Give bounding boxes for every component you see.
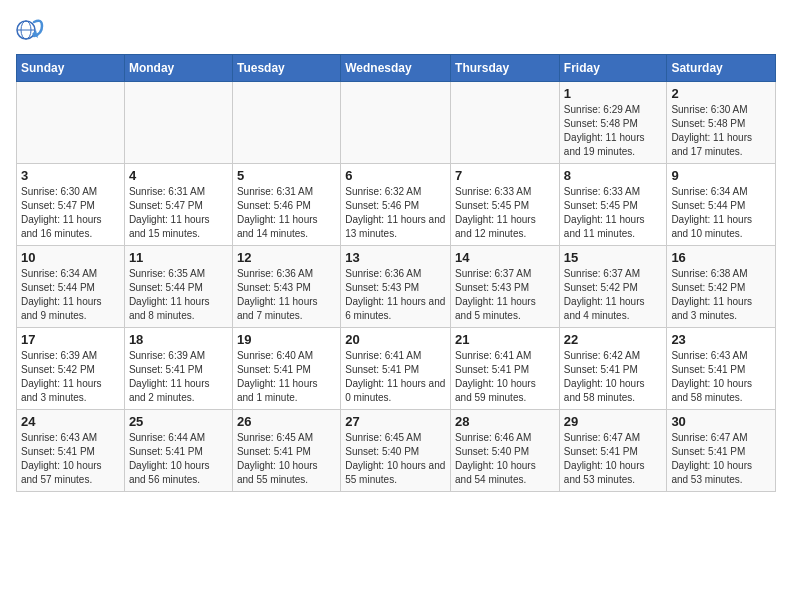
calendar-day-cell: 19Sunrise: 6:40 AM Sunset: 5:41 PM Dayli…: [232, 328, 340, 410]
day-number: 5: [237, 168, 336, 183]
day-info: Sunrise: 6:30 AM Sunset: 5:47 PM Dayligh…: [21, 185, 120, 241]
calendar-day-cell: 4Sunrise: 6:31 AM Sunset: 5:47 PM Daylig…: [124, 164, 232, 246]
day-info: Sunrise: 6:29 AM Sunset: 5:48 PM Dayligh…: [564, 103, 663, 159]
logo-icon: [16, 16, 44, 44]
header: [16, 16, 776, 44]
day-number: 18: [129, 332, 228, 347]
day-of-week-header: Thursday: [451, 55, 560, 82]
day-info: Sunrise: 6:36 AM Sunset: 5:43 PM Dayligh…: [237, 267, 336, 323]
day-info: Sunrise: 6:33 AM Sunset: 5:45 PM Dayligh…: [564, 185, 663, 241]
day-number: 1: [564, 86, 663, 101]
calendar-day-cell: [341, 82, 451, 164]
day-number: 23: [671, 332, 771, 347]
calendar-week-row: 3Sunrise: 6:30 AM Sunset: 5:47 PM Daylig…: [17, 164, 776, 246]
calendar-day-cell: 2Sunrise: 6:30 AM Sunset: 5:48 PM Daylig…: [667, 82, 776, 164]
day-number: 11: [129, 250, 228, 265]
day-number: 26: [237, 414, 336, 429]
calendar-day-cell: 18Sunrise: 6:39 AM Sunset: 5:41 PM Dayli…: [124, 328, 232, 410]
calendar-day-cell: 7Sunrise: 6:33 AM Sunset: 5:45 PM Daylig…: [451, 164, 560, 246]
calendar-day-cell: 8Sunrise: 6:33 AM Sunset: 5:45 PM Daylig…: [559, 164, 667, 246]
day-info: Sunrise: 6:37 AM Sunset: 5:42 PM Dayligh…: [564, 267, 663, 323]
day-info: Sunrise: 6:47 AM Sunset: 5:41 PM Dayligh…: [671, 431, 771, 487]
day-number: 12: [237, 250, 336, 265]
day-number: 30: [671, 414, 771, 429]
day-number: 19: [237, 332, 336, 347]
day-number: 16: [671, 250, 771, 265]
calendar-day-cell: 17Sunrise: 6:39 AM Sunset: 5:42 PM Dayli…: [17, 328, 125, 410]
day-info: Sunrise: 6:35 AM Sunset: 5:44 PM Dayligh…: [129, 267, 228, 323]
calendar-day-cell: 25Sunrise: 6:44 AM Sunset: 5:41 PM Dayli…: [124, 410, 232, 492]
calendar-day-cell: 6Sunrise: 6:32 AM Sunset: 5:46 PM Daylig…: [341, 164, 451, 246]
day-info: Sunrise: 6:39 AM Sunset: 5:42 PM Dayligh…: [21, 349, 120, 405]
calendar-day-cell: [17, 82, 125, 164]
day-of-week-header: Sunday: [17, 55, 125, 82]
day-of-week-header: Saturday: [667, 55, 776, 82]
calendar-day-cell: [232, 82, 340, 164]
day-number: 7: [455, 168, 555, 183]
day-info: Sunrise: 6:33 AM Sunset: 5:45 PM Dayligh…: [455, 185, 555, 241]
calendar-day-cell: 21Sunrise: 6:41 AM Sunset: 5:41 PM Dayli…: [451, 328, 560, 410]
day-info: Sunrise: 6:31 AM Sunset: 5:47 PM Dayligh…: [129, 185, 228, 241]
calendar-day-cell: 13Sunrise: 6:36 AM Sunset: 5:43 PM Dayli…: [341, 246, 451, 328]
day-number: 6: [345, 168, 446, 183]
day-number: 9: [671, 168, 771, 183]
day-number: 21: [455, 332, 555, 347]
calendar-day-cell: 14Sunrise: 6:37 AM Sunset: 5:43 PM Dayli…: [451, 246, 560, 328]
day-number: 17: [21, 332, 120, 347]
calendar-day-cell: 29Sunrise: 6:47 AM Sunset: 5:41 PM Dayli…: [559, 410, 667, 492]
day-info: Sunrise: 6:44 AM Sunset: 5:41 PM Dayligh…: [129, 431, 228, 487]
logo: [16, 16, 48, 44]
calendar-day-cell: [451, 82, 560, 164]
day-info: Sunrise: 6:38 AM Sunset: 5:42 PM Dayligh…: [671, 267, 771, 323]
day-of-week-header: Monday: [124, 55, 232, 82]
day-info: Sunrise: 6:45 AM Sunset: 5:40 PM Dayligh…: [345, 431, 446, 487]
day-info: Sunrise: 6:31 AM Sunset: 5:46 PM Dayligh…: [237, 185, 336, 241]
day-number: 3: [21, 168, 120, 183]
calendar-day-cell: 9Sunrise: 6:34 AM Sunset: 5:44 PM Daylig…: [667, 164, 776, 246]
day-info: Sunrise: 6:47 AM Sunset: 5:41 PM Dayligh…: [564, 431, 663, 487]
day-number: 24: [21, 414, 120, 429]
calendar-day-cell: 24Sunrise: 6:43 AM Sunset: 5:41 PM Dayli…: [17, 410, 125, 492]
calendar-table: SundayMondayTuesdayWednesdayThursdayFrid…: [16, 54, 776, 492]
day-info: Sunrise: 6:42 AM Sunset: 5:41 PM Dayligh…: [564, 349, 663, 405]
day-info: Sunrise: 6:46 AM Sunset: 5:40 PM Dayligh…: [455, 431, 555, 487]
day-of-week-header: Wednesday: [341, 55, 451, 82]
calendar-week-row: 10Sunrise: 6:34 AM Sunset: 5:44 PM Dayli…: [17, 246, 776, 328]
day-info: Sunrise: 6:41 AM Sunset: 5:41 PM Dayligh…: [455, 349, 555, 405]
calendar-week-row: 17Sunrise: 6:39 AM Sunset: 5:42 PM Dayli…: [17, 328, 776, 410]
day-info: Sunrise: 6:39 AM Sunset: 5:41 PM Dayligh…: [129, 349, 228, 405]
calendar-header-row: SundayMondayTuesdayWednesdayThursdayFrid…: [17, 55, 776, 82]
day-info: Sunrise: 6:34 AM Sunset: 5:44 PM Dayligh…: [21, 267, 120, 323]
calendar-day-cell: 22Sunrise: 6:42 AM Sunset: 5:41 PM Dayli…: [559, 328, 667, 410]
day-info: Sunrise: 6:32 AM Sunset: 5:46 PM Dayligh…: [345, 185, 446, 241]
day-number: 25: [129, 414, 228, 429]
day-number: 4: [129, 168, 228, 183]
calendar-week-row: 1Sunrise: 6:29 AM Sunset: 5:48 PM Daylig…: [17, 82, 776, 164]
calendar-body: 1Sunrise: 6:29 AM Sunset: 5:48 PM Daylig…: [17, 82, 776, 492]
day-number: 13: [345, 250, 446, 265]
day-number: 14: [455, 250, 555, 265]
day-info: Sunrise: 6:41 AM Sunset: 5:41 PM Dayligh…: [345, 349, 446, 405]
day-info: Sunrise: 6:34 AM Sunset: 5:44 PM Dayligh…: [671, 185, 771, 241]
day-info: Sunrise: 6:45 AM Sunset: 5:41 PM Dayligh…: [237, 431, 336, 487]
calendar-day-cell: [124, 82, 232, 164]
day-number: 10: [21, 250, 120, 265]
calendar-day-cell: 5Sunrise: 6:31 AM Sunset: 5:46 PM Daylig…: [232, 164, 340, 246]
day-number: 2: [671, 86, 771, 101]
calendar-day-cell: 1Sunrise: 6:29 AM Sunset: 5:48 PM Daylig…: [559, 82, 667, 164]
day-number: 22: [564, 332, 663, 347]
calendar-day-cell: 30Sunrise: 6:47 AM Sunset: 5:41 PM Dayli…: [667, 410, 776, 492]
calendar-day-cell: 15Sunrise: 6:37 AM Sunset: 5:42 PM Dayli…: [559, 246, 667, 328]
day-of-week-header: Friday: [559, 55, 667, 82]
day-number: 27: [345, 414, 446, 429]
day-number: 28: [455, 414, 555, 429]
day-info: Sunrise: 6:37 AM Sunset: 5:43 PM Dayligh…: [455, 267, 555, 323]
calendar-day-cell: 27Sunrise: 6:45 AM Sunset: 5:40 PM Dayli…: [341, 410, 451, 492]
calendar-day-cell: 23Sunrise: 6:43 AM Sunset: 5:41 PM Dayli…: [667, 328, 776, 410]
calendar-day-cell: 20Sunrise: 6:41 AM Sunset: 5:41 PM Dayli…: [341, 328, 451, 410]
calendar-day-cell: 26Sunrise: 6:45 AM Sunset: 5:41 PM Dayli…: [232, 410, 340, 492]
day-of-week-header: Tuesday: [232, 55, 340, 82]
calendar-day-cell: 12Sunrise: 6:36 AM Sunset: 5:43 PM Dayli…: [232, 246, 340, 328]
calendar-day-cell: 3Sunrise: 6:30 AM Sunset: 5:47 PM Daylig…: [17, 164, 125, 246]
calendar-day-cell: 16Sunrise: 6:38 AM Sunset: 5:42 PM Dayli…: [667, 246, 776, 328]
